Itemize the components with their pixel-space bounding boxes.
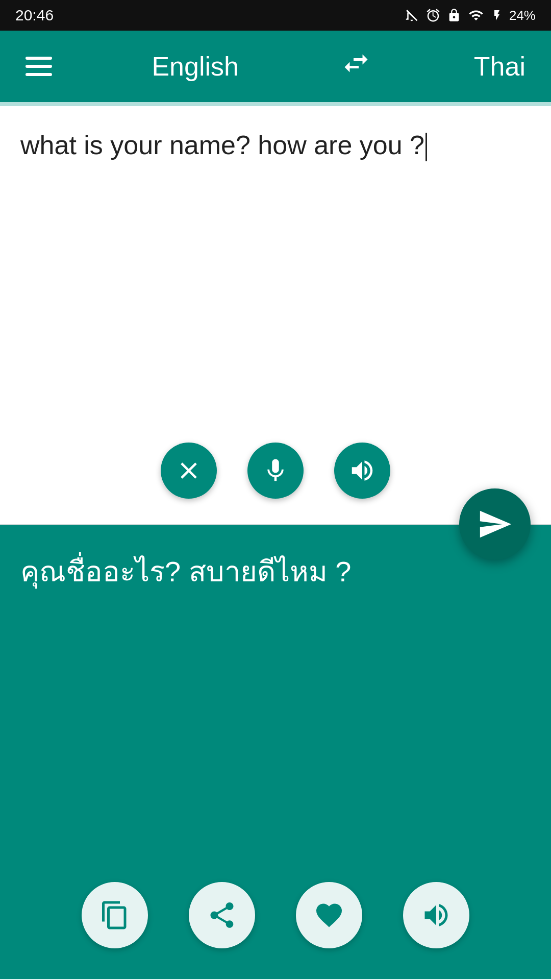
favorite-button[interactable] — [296, 882, 362, 948]
status-time: 20:46 — [15, 7, 54, 24]
output-text: คุณชื่ออะไร? สบายดีไหม ? — [20, 550, 531, 593]
share-button[interactable] — [189, 882, 255, 948]
speak-output-button[interactable] — [403, 882, 469, 948]
translate-button[interactable] — [459, 488, 531, 560]
microphone-button[interactable] — [247, 443, 304, 499]
menu-button[interactable] — [26, 57, 52, 76]
output-panel: คุณชื่ออะไร? สบายดีไหม ? — [0, 525, 551, 979]
toolbar: English Thai — [0, 31, 551, 102]
input-text[interactable]: what is your name? how are you ? — [20, 127, 531, 164]
target-language-button[interactable]: Thai — [474, 51, 525, 82]
text-cursor — [425, 133, 427, 161]
copy-button[interactable] — [82, 882, 148, 948]
swap-languages-button[interactable] — [338, 48, 374, 85]
output-actions — [0, 882, 551, 948]
signal-icon — [467, 8, 485, 23]
lock-icon — [447, 8, 461, 22]
clear-button[interactable] — [161, 443, 217, 499]
battery-indicator: 24% — [509, 8, 536, 23]
alarm-icon — [425, 8, 441, 23]
status-icons: 24% — [404, 8, 536, 23]
status-bar: 20:46 24% — [0, 0, 551, 31]
input-panel: what is your name? how are you ? — [0, 106, 551, 525]
speak-input-button[interactable] — [334, 443, 390, 499]
battery-percent: 24% — [509, 8, 536, 23]
bell-muted-icon — [404, 8, 419, 23]
source-language-button[interactable]: English — [152, 51, 239, 82]
input-actions — [0, 443, 551, 499]
toolbar-divider — [0, 102, 551, 106]
charging-icon — [491, 8, 503, 23]
